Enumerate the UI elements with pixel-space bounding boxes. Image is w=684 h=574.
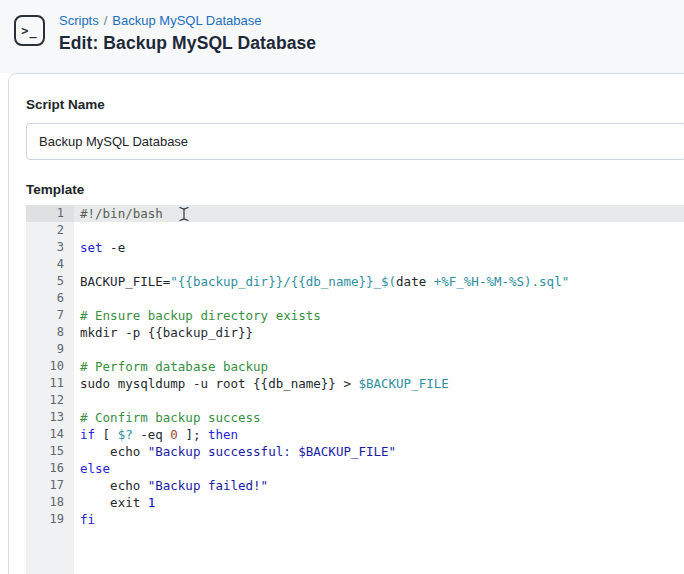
code-line[interactable]: sudo mysqldump -u root {{db_name}} > $BA… [74,375,684,392]
line-number: 4 [26,256,74,273]
page-header: >_ Scripts/Backup MySQL Database Edit: B… [14,12,316,54]
code-line[interactable]: exit 1 [74,494,684,511]
code-editor[interactable]: 12345678910111213141516171819 #!/bin/bas… [26,205,684,574]
page-title: Edit: Backup MySQL Database [59,33,316,54]
script-name-input[interactable] [26,123,684,160]
code-line[interactable] [74,256,684,273]
line-number: 12 [26,392,74,409]
code-line[interactable]: set -e [74,239,684,256]
line-number: 17 [26,477,74,494]
line-number: 2 [26,222,74,239]
line-number: 15 [26,443,74,460]
code-line[interactable] [74,290,684,307]
code-line[interactable] [74,341,684,358]
code-line[interactable]: mkdir -p {{backup_dir}} [74,324,684,341]
line-number: 16 [26,460,74,477]
code-line[interactable]: echo "Backup failed!" [74,477,684,494]
line-number: 7 [26,307,74,324]
code-line[interactable] [74,222,684,239]
editor-code: #!/bin/bash set -e BACKUP_FILE="{{backup… [74,205,684,528]
script-name-label: Script Name [26,97,684,112]
code-line[interactable]: # Perform database backup [74,358,684,375]
line-number: 6 [26,290,74,307]
line-number: 14 [26,426,74,443]
line-number: 11 [26,375,74,392]
code-line[interactable] [74,392,684,409]
code-line[interactable]: # Ensure backup directory exists [74,307,684,324]
line-number: 19 [26,511,74,528]
code-line[interactable]: else [74,460,684,477]
code-line[interactable]: echo "Backup successful: $BACKUP_FILE" [74,443,684,460]
code-line[interactable]: BACKUP_FILE="{{backup_dir}}/{{db_name}}_… [74,273,684,290]
breadcrumb-separator: / [104,13,108,28]
line-number: 5 [26,273,74,290]
code-line[interactable]: #!/bin/bash [74,205,684,222]
line-number: 13 [26,409,74,426]
breadcrumb: Scripts/Backup MySQL Database [59,12,316,30]
breadcrumb-link-current[interactable]: Backup MySQL Database [112,13,261,28]
code-line[interactable]: if [ $? -eq 0 ]; then [74,426,684,443]
line-number: 8 [26,324,74,341]
breadcrumb-link-scripts[interactable]: Scripts [59,13,99,28]
line-number: 1 [26,205,74,222]
line-number: 18 [26,494,74,511]
code-line[interactable]: # Confirm backup success [74,409,684,426]
line-number: 10 [26,358,74,375]
line-number: 3 [26,239,74,256]
editor-gutter: 12345678910111213141516171819 [26,205,74,574]
header-text: Scripts/Backup MySQL Database Edit: Back… [59,12,316,54]
code-line[interactable]: fi [74,511,684,528]
template-label: Template [26,182,684,197]
line-number: 9 [26,341,74,358]
ibeam-cursor [178,206,190,222]
edit-script-card: Script Name Template 1234567891011121314… [8,73,684,574]
terminal-icon: >_ [14,15,45,46]
